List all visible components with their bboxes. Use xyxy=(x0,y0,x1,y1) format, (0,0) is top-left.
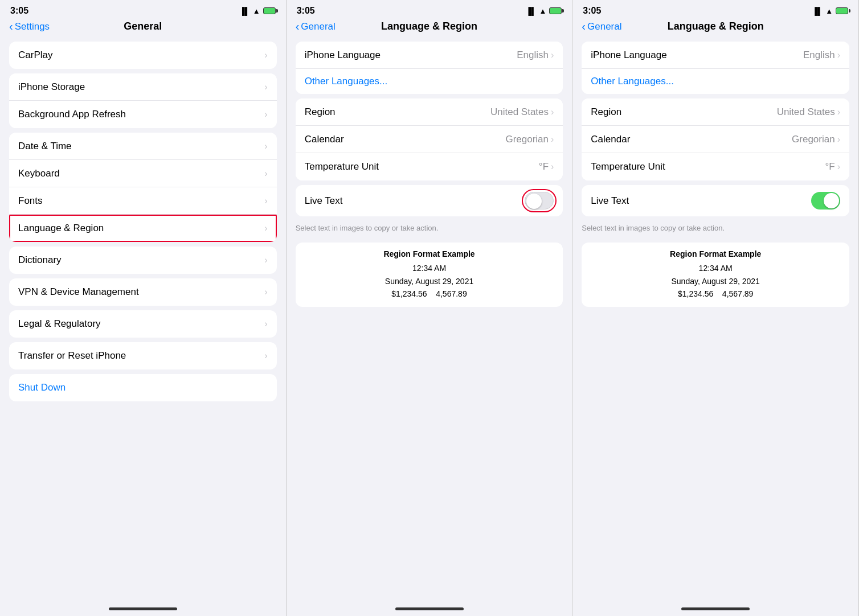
battery-icon-1 xyxy=(263,7,276,14)
other-languages-link-on[interactable]: Other Languages... xyxy=(582,69,849,94)
language-region-on-content: iPhone Language English › Other Language… xyxy=(572,37,858,603)
list-item-vpn[interactable]: VPN & Device Management › xyxy=(9,278,277,306)
signal-icon-3: ▐▌ xyxy=(812,7,823,15)
list-item-iphone-storage[interactable]: iPhone Storage › xyxy=(9,73,277,101)
keyboard-right: › xyxy=(264,169,267,179)
live-text-description-on: Select text in images to copy or take ac… xyxy=(572,221,858,238)
carplay-right: › xyxy=(264,50,267,60)
list-item-iphone-language-off[interactable]: iPhone Language English › xyxy=(296,42,563,69)
list-item-temp-on[interactable]: Temperature Unit °F › xyxy=(582,153,849,180)
calendar-value-on: Gregorian › xyxy=(792,134,840,145)
status-time-1: 3:05 xyxy=(10,6,28,16)
page-title-1: General xyxy=(124,20,162,32)
iphone-storage-chevron: › xyxy=(264,82,267,92)
temp-value-off: °F › xyxy=(539,161,554,173)
calendar-label-off: Calendar xyxy=(305,134,506,145)
list-item-language-region[interactable]: Language & Region › xyxy=(9,215,277,242)
status-icons-3: ▐▌ ▲ xyxy=(812,7,848,15)
fonts-chevron: › xyxy=(264,196,267,206)
temp-val-on: °F xyxy=(825,161,835,173)
iphone-language-value-off: English › xyxy=(517,50,554,61)
group-live-text-on: Live Text xyxy=(582,185,849,216)
other-languages-link-off[interactable]: Other Languages... xyxy=(296,69,563,94)
transfer-right: › xyxy=(264,351,267,361)
region-value-on: United States › xyxy=(777,106,840,118)
status-bar-3: 3:05 ▐▌ ▲ xyxy=(572,0,858,18)
list-item-live-text-on[interactable]: Live Text xyxy=(582,185,849,216)
vpn-label: VPN & Device Management xyxy=(18,286,264,298)
iphone-language-chevron-on: › xyxy=(837,50,840,60)
dictionary-chevron: › xyxy=(264,255,267,265)
temp-chevron-on: › xyxy=(837,162,840,172)
back-button-3[interactable]: ‹ General xyxy=(582,20,621,33)
back-label-1[interactable]: Settings xyxy=(15,21,50,32)
nav-bar-2: ‹ General Language & Region xyxy=(287,18,572,37)
list-item-keyboard[interactable]: Keyboard › xyxy=(9,160,277,187)
list-item-background-app-refresh[interactable]: Background App Refresh › xyxy=(9,101,277,128)
group-shutdown: Shut Down xyxy=(9,374,277,401)
shutdown-label: Shut Down xyxy=(18,382,66,393)
home-indicator-2 xyxy=(395,607,464,610)
calendar-label-on: Calendar xyxy=(591,134,792,145)
page-title-3: Language & Region xyxy=(668,20,764,32)
list-item-region-off[interactable]: Region United States › xyxy=(296,98,563,126)
region-format-title-off: Region Format Example xyxy=(305,249,554,258)
live-text-toggle-on[interactable] xyxy=(811,192,840,210)
general-content: CarPlay › iPhone Storage › Background Ap… xyxy=(0,37,286,603)
dictionary-right: › xyxy=(264,255,267,265)
date-time-label: Date & Time xyxy=(18,141,264,152)
back-label-3[interactable]: General xyxy=(587,21,621,32)
background-app-refresh-chevron: › xyxy=(264,109,267,120)
calendar-chevron-on: › xyxy=(837,134,840,145)
status-bar-2: 3:05 ▐▌ ▲ xyxy=(287,0,572,18)
list-item-shutdown[interactable]: Shut Down xyxy=(9,374,277,401)
legal-right: › xyxy=(264,319,267,329)
fonts-right: › xyxy=(264,196,267,206)
live-text-toggle-off[interactable] xyxy=(525,192,554,210)
status-icons-2: ▐▌ ▲ xyxy=(526,7,562,15)
date-time-right: › xyxy=(264,141,267,151)
list-item-calendar-on[interactable]: Calendar Gregorian › xyxy=(582,126,849,153)
back-button-2[interactable]: ‹ General xyxy=(296,20,336,33)
background-app-refresh-label: Background App Refresh xyxy=(18,109,264,120)
list-item-carplay[interactable]: CarPlay › xyxy=(9,42,277,69)
wifi-icon-3: ▲ xyxy=(825,7,833,15)
back-button-1[interactable]: ‹ Settings xyxy=(9,20,50,33)
nav-bar-1: ‹ Settings General xyxy=(0,18,286,37)
status-time-3: 3:05 xyxy=(583,6,601,16)
group-live-text-off: Live Text xyxy=(296,185,563,216)
list-item-live-text-off[interactable]: Live Text xyxy=(296,185,563,216)
legal-chevron: › xyxy=(264,319,267,329)
iphone-storage-right: › xyxy=(264,82,267,92)
list-item-temp-off[interactable]: Temperature Unit °F › xyxy=(296,153,563,180)
list-item-dictionary[interactable]: Dictionary › xyxy=(9,247,277,274)
language-region-label: Language & Region xyxy=(18,223,264,234)
region-format-values-on: 12:34 AM Sunday, August 29, 2021 $1,234.… xyxy=(591,262,840,300)
battery-icon-2 xyxy=(549,7,562,14)
carplay-chevron: › xyxy=(264,50,267,60)
group-vpn: VPN & Device Management › xyxy=(9,278,277,306)
home-indicator-1 xyxy=(109,607,177,610)
signal-icon-1: ▐▌ xyxy=(239,7,249,15)
page-title-2: Language & Region xyxy=(381,20,477,32)
list-item-calendar-off[interactable]: Calendar Gregorian › xyxy=(296,126,563,153)
back-label-2[interactable]: General xyxy=(301,21,335,32)
list-item-fonts[interactable]: Fonts › xyxy=(9,187,277,215)
list-item-legal[interactable]: Legal & Regulatory › xyxy=(9,310,277,338)
status-time-2: 3:05 xyxy=(297,6,315,16)
list-item-transfer[interactable]: Transfer or Reset iPhone › xyxy=(9,342,277,369)
list-item-iphone-language-on[interactable]: iPhone Language English › xyxy=(582,42,849,69)
region-val-off: United States xyxy=(490,106,549,118)
calendar-val-off: Gregorian xyxy=(505,134,549,145)
status-bar-1: 3:05 ▐▌ ▲ xyxy=(0,0,286,18)
keyboard-label: Keyboard xyxy=(18,168,264,179)
list-item-date-time[interactable]: Date & Time › xyxy=(9,133,277,160)
iphone-language-label-on: iPhone Language xyxy=(591,50,803,61)
region-label-on: Region xyxy=(591,106,776,118)
group-datetime-keyboard-fonts-language: Date & Time › Keyboard › Fonts › Languag… xyxy=(9,133,277,242)
list-item-region-on[interactable]: Region United States › xyxy=(582,98,849,126)
legal-label: Legal & Regulatory xyxy=(18,318,264,330)
signal-icon-2: ▐▌ xyxy=(526,7,536,15)
group-dictionary: Dictionary › xyxy=(9,247,277,274)
back-chevron-1: ‹ xyxy=(9,20,13,33)
